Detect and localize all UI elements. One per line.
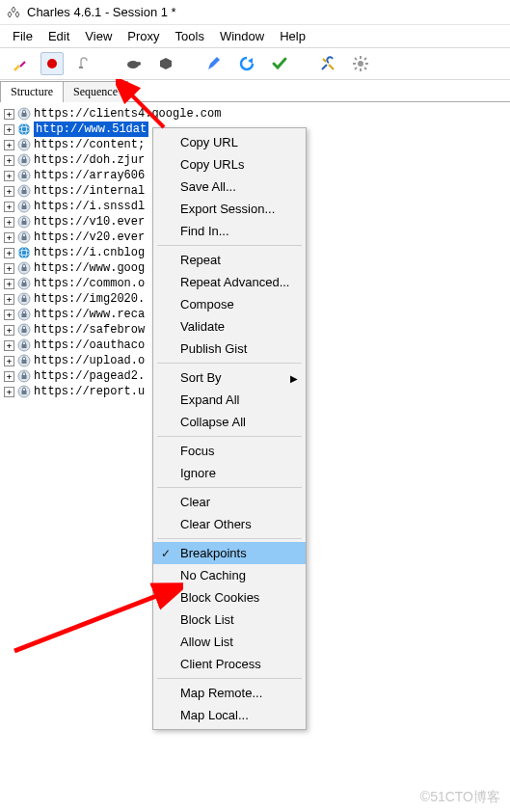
context-menu-item[interactable]: Copy URLs xyxy=(153,153,306,176)
lock-icon xyxy=(17,261,31,275)
tree-url: https://safebrow xyxy=(34,322,145,338)
context-menu-item[interactable]: Map Local... xyxy=(153,704,306,726)
context-menu-item[interactable]: Clear Others xyxy=(153,513,306,535)
tools-icon[interactable] xyxy=(316,52,339,75)
context-menu-item[interactable]: ✓Breakpoints xyxy=(153,542,306,564)
svg-rect-32 xyxy=(22,221,27,225)
context-menu-item[interactable]: Map Remote... xyxy=(153,682,306,704)
check-icon[interactable] xyxy=(268,52,291,75)
tree-url: https://doh.zjur xyxy=(34,152,145,168)
expander-icon[interactable]: + xyxy=(4,371,14,382)
tree-url: https://v10.ever xyxy=(34,214,145,230)
context-menu-item[interactable]: Ignore xyxy=(153,462,306,484)
tree-url: https://array606 xyxy=(34,168,145,183)
context-menu-item[interactable]: Block Cookies xyxy=(153,586,306,609)
menu-view[interactable]: View xyxy=(78,27,119,45)
svg-point-18 xyxy=(18,123,30,135)
context-menu-item[interactable]: Allow List xyxy=(153,631,306,653)
context-menu-label: Save All... xyxy=(180,179,236,194)
context-menu-item[interactable]: Compose xyxy=(153,293,306,315)
menu-edit[interactable]: Edit xyxy=(41,27,76,45)
pencil-icon[interactable] xyxy=(202,52,226,75)
svg-rect-2 xyxy=(79,67,83,68)
context-menu-label: Export Session... xyxy=(180,202,275,216)
expander-icon[interactable]: + xyxy=(4,140,14,150)
tree-url: https://www.goog xyxy=(34,260,145,276)
menu-window[interactable]: Window xyxy=(213,27,271,45)
tree-row[interactable]: +https://clients4.google.com xyxy=(2,106,508,122)
tree-url: https://v20.ever xyxy=(34,230,145,245)
tab-sequence[interactable]: Sequence xyxy=(63,81,128,102)
tree-url: https://internal xyxy=(34,183,145,199)
gear-icon[interactable] xyxy=(349,52,372,75)
context-menu-item[interactable]: Publish Gist xyxy=(153,338,306,360)
expander-icon[interactable]: + xyxy=(4,279,14,289)
expander-icon[interactable]: + xyxy=(4,356,14,366)
context-menu-item[interactable]: Block List xyxy=(153,609,306,631)
context-menu-label: Find In... xyxy=(180,224,229,238)
tree-url: https://i.cnblog xyxy=(34,245,145,260)
context-menu-item[interactable]: No Caching xyxy=(153,564,306,586)
context-menu-item[interactable]: Repeat xyxy=(153,249,306,271)
context-menu-item[interactable]: Sort By▶ xyxy=(153,366,306,389)
context-menu-label: Breakpoints xyxy=(180,546,247,560)
expander-icon[interactable]: + xyxy=(4,263,14,274)
expander-icon[interactable]: + xyxy=(4,232,14,243)
svg-rect-49 xyxy=(22,344,27,348)
context-menu-item[interactable]: Copy URL xyxy=(153,131,306,153)
svg-rect-43 xyxy=(22,298,27,302)
context-menu-item[interactable]: Client Process xyxy=(153,653,306,675)
expander-icon[interactable]: + xyxy=(4,387,14,397)
context-menu-item[interactable]: Save All... xyxy=(153,176,306,198)
lock-icon xyxy=(17,369,31,383)
svg-rect-24 xyxy=(22,159,27,163)
svg-rect-41 xyxy=(22,283,27,286)
tree-url: http://www.51dat xyxy=(34,122,148,137)
expander-icon[interactable]: + xyxy=(4,340,14,351)
expander-icon[interactable]: + xyxy=(4,248,14,258)
hexagon-icon[interactable] xyxy=(154,52,177,75)
menu-tools[interactable]: Tools xyxy=(169,27,211,45)
lock-icon xyxy=(17,215,31,229)
expander-icon[interactable]: + xyxy=(4,155,14,166)
throttle-icon[interactable] xyxy=(73,52,96,75)
context-menu-label: Map Remote... xyxy=(180,686,262,700)
menu-file[interactable]: File xyxy=(6,27,40,45)
svg-marker-6 xyxy=(248,58,253,64)
svg-line-13 xyxy=(364,68,366,69)
expander-icon[interactable]: + xyxy=(4,124,14,135)
tabs: Structure Sequence xyxy=(0,80,510,102)
expander-icon[interactable]: + xyxy=(4,310,14,320)
context-menu-item[interactable]: Expand All xyxy=(153,389,306,411)
record-icon[interactable] xyxy=(40,52,64,75)
context-menu-separator xyxy=(157,363,302,364)
broom-icon[interactable] xyxy=(8,52,31,75)
context-menu-item[interactable]: Collapse All xyxy=(153,411,306,433)
expander-icon[interactable]: + xyxy=(4,217,14,228)
turtle-icon[interactable] xyxy=(121,52,145,75)
svg-rect-22 xyxy=(22,144,27,148)
expander-icon[interactable]: + xyxy=(4,171,14,181)
expander-icon[interactable]: + xyxy=(4,109,14,120)
context-menu-label: Client Process xyxy=(180,657,261,671)
menu-help[interactable]: Help xyxy=(273,27,312,45)
svg-rect-17 xyxy=(22,113,27,117)
refresh-icon[interactable] xyxy=(235,52,258,75)
context-menu-item[interactable]: Focus xyxy=(153,440,306,462)
expander-icon[interactable]: + xyxy=(4,186,14,197)
tree-url: https://img2020. xyxy=(34,291,145,307)
expander-icon[interactable]: + xyxy=(4,294,14,305)
menu-proxy[interactable]: Proxy xyxy=(121,27,166,45)
app-icon xyxy=(6,5,21,20)
context-menu-item[interactable]: Clear xyxy=(153,491,306,513)
expander-icon[interactable]: + xyxy=(4,202,14,212)
tab-structure[interactable]: Structure xyxy=(0,81,64,102)
check-icon: ✓ xyxy=(161,547,171,560)
context-menu-item[interactable]: Repeat Advanced... xyxy=(153,271,306,293)
tree-url: https://oauthaco xyxy=(34,338,145,353)
context-menu-item[interactable]: Export Session... xyxy=(153,198,306,220)
tree-url: https://i.snssdl xyxy=(34,199,145,214)
expander-icon[interactable]: + xyxy=(4,325,14,336)
context-menu-item[interactable]: Validate xyxy=(153,315,306,338)
context-menu-item[interactable]: Find In... xyxy=(153,220,306,242)
